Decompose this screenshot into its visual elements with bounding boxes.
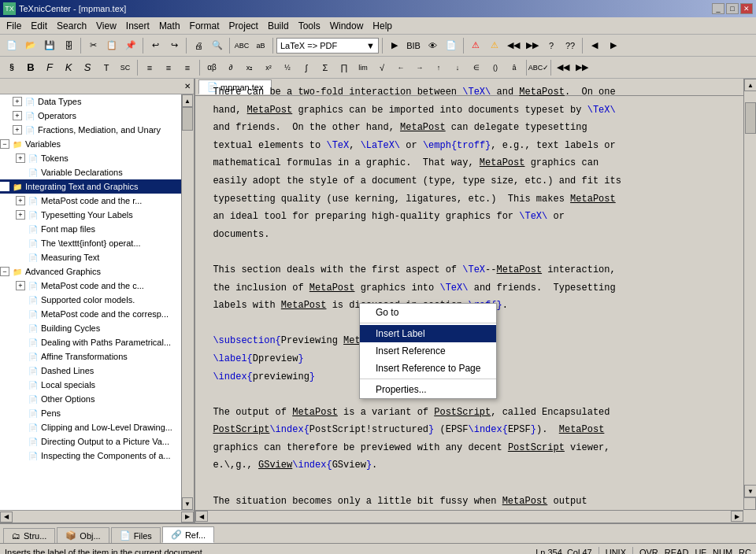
sidebar-item-integrating[interactable]: − 📁 Integrating Text and Graphics bbox=[0, 179, 194, 194]
tab-references[interactable]: 🔗 Ref... bbox=[162, 526, 214, 543]
nav-next-icon[interactable]: ▶▶ bbox=[524, 37, 541, 54]
menu-project[interactable]: Project bbox=[224, 18, 263, 34]
right-arrow-icon[interactable]: → bbox=[411, 59, 428, 76]
save-all-icon[interactable]: 🗄 bbox=[60, 37, 77, 54]
section-icon[interactable]: § bbox=[3, 59, 20, 76]
frac-icon[interactable]: ½ bbox=[279, 59, 296, 76]
minimize-button[interactable]: _ bbox=[712, 3, 724, 14]
superscript-icon[interactable]: x² bbox=[260, 59, 277, 76]
build-icon[interactable]: ▶ bbox=[386, 37, 403, 54]
menu-view[interactable]: View bbox=[91, 18, 121, 34]
expand-fractions[interactable]: + bbox=[13, 125, 22, 135]
typewriter-icon[interactable]: T bbox=[98, 59, 115, 76]
expand-tokens[interactable]: + bbox=[16, 153, 25, 163]
sidebar-item-typesetting[interactable]: + 📄 Typesetting Your Labels bbox=[0, 208, 194, 222]
slanted-icon[interactable]: S bbox=[79, 59, 96, 76]
menu-build[interactable]: Build bbox=[263, 18, 294, 34]
editor-content[interactable]: There can be a two-fold interaction betw… bbox=[195, 79, 743, 510]
copy-icon[interactable]: 📋 bbox=[103, 37, 120, 54]
nav-prev-icon[interactable]: ◀◀ bbox=[505, 37, 522, 54]
menu-window[interactable]: Window bbox=[325, 18, 369, 34]
redo-icon[interactable]: ↪ bbox=[165, 37, 183, 54]
sidebar-item-operators[interactable]: + 📄 Operators bbox=[0, 109, 194, 123]
sidebar-item-variable-declarations[interactable]: 📄 Variable Declarations bbox=[0, 165, 194, 179]
view-icon[interactable]: 👁 bbox=[424, 37, 441, 54]
sidebar-item-local-specials[interactable]: 📄 Local specials bbox=[0, 378, 194, 392]
set-icon[interactable]: ∈ bbox=[468, 59, 485, 76]
expand-integrating[interactable]: − bbox=[0, 182, 9, 191]
new-file-icon[interactable]: 📄 bbox=[3, 37, 20, 54]
prev2-icon[interactable]: ◀◀ bbox=[554, 59, 572, 76]
sidebar-item-clipping[interactable]: 📄 Clipping and Low-Level Drawing... bbox=[0, 420, 194, 434]
left-arrow-icon[interactable]: ← bbox=[392, 59, 410, 76]
menu-search[interactable]: Search bbox=[52, 18, 91, 34]
sidebar-item-inspecting[interactable]: 📄 Inspecting the Components of a... bbox=[0, 449, 194, 463]
sidebar-item-building-cycles[interactable]: 📄 Building Cycles bbox=[0, 321, 194, 335]
spell-icon[interactable]: aB bbox=[252, 37, 269, 54]
expand-operators[interactable]: + bbox=[13, 111, 22, 120]
vscroll-down-button[interactable]: ▼ bbox=[744, 485, 756, 497]
vscroll-up-button[interactable]: ▲ bbox=[744, 79, 756, 91]
menu-edit[interactable]: Edit bbox=[26, 18, 52, 34]
sidebar-item-font-map[interactable]: 📄 Font map files bbox=[0, 222, 194, 236]
align-left-icon[interactable]: ≡ bbox=[141, 59, 158, 76]
tab-structure[interactable]: 🗂 Stru... bbox=[3, 528, 55, 543]
err2-icon[interactable]: ⚠ bbox=[486, 37, 503, 54]
save-icon[interactable]: 💾 bbox=[41, 37, 58, 54]
expand-typesetting[interactable]: + bbox=[16, 210, 25, 220]
ctx-insert-reference[interactable]: Insert Reference bbox=[360, 342, 496, 360]
sidebar-item-fractions[interactable]: + 📄 Fractions, Mediation, and Unary bbox=[0, 123, 194, 137]
sidebar-item-color[interactable]: 📄 Supported color models. bbox=[0, 293, 194, 307]
print-preview-icon[interactable]: 🔍 bbox=[209, 37, 226, 54]
lim-icon[interactable]: lim bbox=[354, 59, 372, 76]
menu-math[interactable]: Math bbox=[154, 18, 185, 34]
sidebar-item-directing-output[interactable]: 📄 Directing Output to a Picture Va... bbox=[0, 434, 194, 449]
ctx-goto[interactable]: Go to bbox=[360, 304, 496, 321]
help2-icon[interactable]: ?? bbox=[561, 37, 579, 54]
ctx-insert-label[interactable]: Insert Label bbox=[360, 325, 496, 342]
print-icon[interactable]: 🖨 bbox=[190, 37, 207, 54]
ctx-insert-reference-page[interactable]: Insert Reference to Page bbox=[360, 360, 496, 377]
menu-file[interactable]: File bbox=[2, 18, 26, 34]
sidebar-item-dealing[interactable]: 📄 Dealing with Paths Parametrical... bbox=[0, 335, 194, 349]
up-arrow-icon[interactable]: ↑ bbox=[430, 59, 447, 76]
sidebar-item-advanced[interactable]: − 📁 Advanced Graphics bbox=[0, 264, 194, 279]
undo-icon[interactable]: ↩ bbox=[146, 37, 164, 54]
expand-metapost[interactable]: + bbox=[16, 196, 25, 205]
sidebar-item-metapost-code[interactable]: + 📄 MetaPost code and the r... bbox=[0, 194, 194, 208]
build-dropdown[interactable]: LaTeX => PDF ▼ bbox=[276, 38, 379, 54]
expand-advanced[interactable]: − bbox=[0, 267, 9, 276]
vscroll-thumb-sidebar[interactable] bbox=[182, 107, 193, 131]
bold-icon[interactable]: B bbox=[22, 59, 39, 76]
maximize-button[interactable]: □ bbox=[726, 3, 739, 14]
close-button[interactable]: ✕ bbox=[740, 3, 753, 14]
tab-objects[interactable]: 📦 Obj... bbox=[57, 527, 109, 543]
greek-icon[interactable]: αβ bbox=[203, 59, 220, 76]
integral-icon[interactable]: ∫ bbox=[298, 59, 315, 76]
sqrt-icon[interactable]: √ bbox=[373, 59, 391, 76]
sidebar-item-pens[interactable]: 📄 Pens bbox=[0, 406, 194, 420]
down-arrow-icon[interactable]: ↓ bbox=[449, 59, 466, 76]
italic2-icon[interactable]: K bbox=[60, 59, 77, 76]
sidebar-item-data-types[interactable]: + 📄 Data Types bbox=[0, 94, 194, 109]
hscroll-right-editor[interactable]: ▶ bbox=[731, 511, 743, 522]
sidebar-item-variables[interactable]: − 📁 Variables bbox=[0, 137, 194, 151]
menu-help[interactable]: Help bbox=[368, 18, 397, 34]
nav-back-icon[interactable]: ◀ bbox=[586, 37, 603, 54]
accents-icon[interactable]: â bbox=[506, 59, 523, 76]
prod-icon[interactable]: ∏ bbox=[335, 59, 353, 76]
paren-icon[interactable]: () bbox=[487, 59, 504, 76]
align-right-icon[interactable]: ≡ bbox=[179, 59, 196, 76]
sidebar-close-button[interactable]: ✕ bbox=[183, 82, 192, 90]
sidebar-item-correspond[interactable]: 📄 MetaPost code and the corresp... bbox=[0, 307, 194, 321]
paste-icon[interactable]: 📌 bbox=[122, 37, 139, 54]
err-icon[interactable]: ⚠ bbox=[467, 37, 484, 54]
sidebar-item-metapost-code2[interactable]: + 📄 MetaPost code and the c... bbox=[0, 279, 194, 293]
sidebar-item-measuring-text[interactable]: 📄 Measuring Text bbox=[0, 250, 194, 264]
sidebar-item-affine[interactable]: 📄 Affine Transformations bbox=[0, 349, 194, 364]
nav-fwd-icon[interactable]: ▶ bbox=[605, 37, 622, 54]
subscript-icon[interactable]: x₂ bbox=[241, 59, 258, 76]
next2-icon[interactable]: ▶▶ bbox=[573, 59, 591, 76]
align-center-icon[interactable]: ≡ bbox=[160, 59, 177, 76]
vscroll-up-sidebar[interactable]: ▲ bbox=[182, 94, 193, 107]
